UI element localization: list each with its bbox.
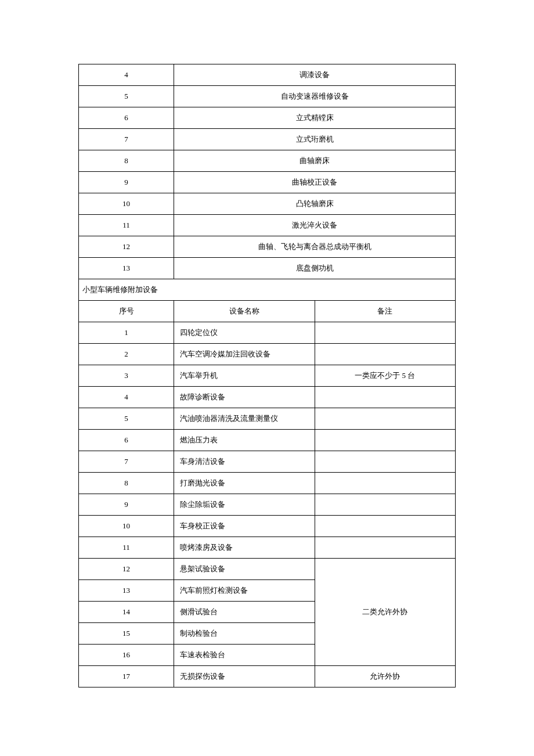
note-cell-merged: 二类允许外协 <box>315 559 456 666</box>
column-header-name: 设备名称 <box>174 301 315 322</box>
equipment-name: 汽车前照灯检测设备 <box>174 580 315 602</box>
note-cell: 一类应不少于 5 台 <box>315 365 456 387</box>
equipment-name: 打磨抛光设备 <box>174 473 315 494</box>
table-row: 17 无损探伤设备 允许外协 <box>79 666 456 687</box>
equipment-name: 曲轴磨床 <box>174 150 456 172</box>
table-row: 4 故障诊断设备 <box>79 387 456 408</box>
note-cell <box>315 322 456 344</box>
note-cell <box>315 387 456 408</box>
row-number: 5 <box>79 86 174 107</box>
table-row: 6 立式精镗床 <box>79 107 456 129</box>
table-row: 1 四轮定位仪 <box>79 322 456 344</box>
row-number: 7 <box>79 451 174 473</box>
row-number: 15 <box>79 623 174 645</box>
equipment-name: 车速表检验台 <box>174 645 315 666</box>
row-number: 6 <box>79 107 174 129</box>
row-number: 17 <box>79 666 174 687</box>
equipment-name: 无损探伤设备 <box>174 666 315 687</box>
row-number: 13 <box>79 580 174 602</box>
table-row: 6 燃油压力表 <box>79 430 456 451</box>
equipment-name: 立式精镗床 <box>174 107 456 129</box>
row-number: 8 <box>79 150 174 172</box>
row-number: 9 <box>79 494 174 516</box>
equipment-name: 四轮定位仪 <box>174 322 315 344</box>
document-page: 4 调漆设备 5 自动变速器维修设备 6 立式精镗床 7 立式珩磨机 8 曲轴磨… <box>78 64 456 687</box>
equipment-name: 曲轴校正设备 <box>174 172 456 193</box>
row-number: 10 <box>79 516 174 537</box>
equipment-name: 燃油压力表 <box>174 430 315 451</box>
table-row: 10 凸轮轴磨床 <box>79 193 456 215</box>
table-row: 3 汽车举升机 一类应不少于 5 台 <box>79 365 456 387</box>
row-number: 12 <box>79 236 174 258</box>
row-number: 13 <box>79 258 174 279</box>
table-row: 5 自动变速器维修设备 <box>79 86 456 107</box>
table-row: 8 打磨抛光设备 <box>79 473 456 494</box>
note-cell <box>315 451 456 473</box>
table-row: 12 悬架试验设备 二类允许外协 <box>79 559 456 580</box>
row-number: 8 <box>79 473 174 494</box>
row-number: 4 <box>79 387 174 408</box>
equipment-table: 4 调漆设备 5 自动变速器维修设备 6 立式精镗床 7 立式珩磨机 8 曲轴磨… <box>78 64 456 687</box>
table-row: 13 底盘侧功机 <box>79 258 456 279</box>
column-header-number: 序号 <box>79 301 174 322</box>
table-row: 9 除尘除垢设备 <box>79 494 456 516</box>
row-number: 2 <box>79 344 174 365</box>
row-number: 7 <box>79 129 174 150</box>
row-number: 9 <box>79 172 174 193</box>
row-number: 3 <box>79 365 174 387</box>
note-cell <box>315 344 456 365</box>
equipment-name: 激光淬火设备 <box>174 215 456 236</box>
equipment-name: 车身清洁设备 <box>174 451 315 473</box>
table-header-row: 序号 设备名称 备注 <box>79 301 456 322</box>
row-number: 6 <box>79 430 174 451</box>
column-header-note: 备注 <box>315 301 456 322</box>
table-row: 8 曲轴磨床 <box>79 150 456 172</box>
row-number: 4 <box>79 64 174 86</box>
note-cell <box>315 494 456 516</box>
table-row: 11 喷烤漆房及设备 <box>79 537 456 559</box>
row-number: 5 <box>79 408 174 430</box>
table-row: 4 调漆设备 <box>79 64 456 86</box>
table-row: 11 激光淬火设备 <box>79 215 456 236</box>
note-cell <box>315 430 456 451</box>
note-cell: 允许外协 <box>315 666 456 687</box>
section-header-row: 小型车辆维修附加设备 <box>79 279 456 301</box>
equipment-name: 除尘除垢设备 <box>174 494 315 516</box>
table-row: 9 曲轴校正设备 <box>79 172 456 193</box>
row-number: 11 <box>79 215 174 236</box>
note-cell <box>315 408 456 430</box>
row-number: 1 <box>79 322 174 344</box>
row-number: 12 <box>79 559 174 580</box>
table-row: 7 车身清洁设备 <box>79 451 456 473</box>
equipment-name: 车身校正设备 <box>174 516 315 537</box>
table-row: 5 汽油喷油器清洗及流量测量仪 <box>79 408 456 430</box>
row-number: 10 <box>79 193 174 215</box>
table-row: 7 立式珩磨机 <box>79 129 456 150</box>
row-number: 14 <box>79 602 174 623</box>
equipment-name: 悬架试验设备 <box>174 559 315 580</box>
note-cell <box>315 537 456 559</box>
equipment-name: 立式珩磨机 <box>174 129 456 150</box>
equipment-name: 自动变速器维修设备 <box>174 86 456 107</box>
equipment-name: 制动检验台 <box>174 623 315 645</box>
equipment-name: 汽油喷油器清洗及流量测量仪 <box>174 408 315 430</box>
equipment-name: 喷烤漆房及设备 <box>174 537 315 559</box>
note-cell <box>315 473 456 494</box>
row-number: 11 <box>79 537 174 559</box>
equipment-name: 故障诊断设备 <box>174 387 315 408</box>
equipment-name: 曲轴、飞轮与离合器总成动平衡机 <box>174 236 456 258</box>
table-row: 2 汽车空调冷媒加注回收设备 <box>79 344 456 365</box>
table-row: 10 车身校正设备 <box>79 516 456 537</box>
equipment-name: 调漆设备 <box>174 64 456 86</box>
equipment-name: 汽车举升机 <box>174 365 315 387</box>
table-row: 12 曲轴、飞轮与离合器总成动平衡机 <box>79 236 456 258</box>
equipment-name: 侧滑试验台 <box>174 602 315 623</box>
equipment-name: 汽车空调冷媒加注回收设备 <box>174 344 315 365</box>
row-number: 16 <box>79 645 174 666</box>
section-title: 小型车辆维修附加设备 <box>79 279 456 301</box>
note-cell <box>315 516 456 537</box>
equipment-name: 凸轮轴磨床 <box>174 193 456 215</box>
equipment-name: 底盘侧功机 <box>174 258 456 279</box>
